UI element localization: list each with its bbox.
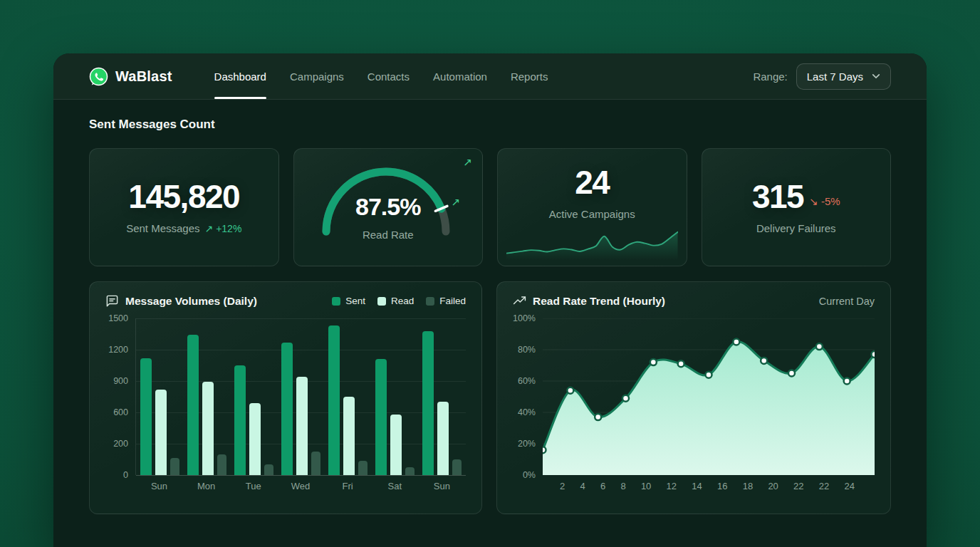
x-tick-label: 22	[819, 481, 829, 491]
x-tick-label: 14	[692, 481, 702, 491]
whatsapp-logo-icon	[89, 67, 108, 86]
data-point-dot	[622, 395, 629, 402]
bar-read	[249, 403, 261, 475]
stat-value: 145,820	[128, 180, 239, 213]
stat-value: 24	[498, 166, 687, 199]
top-nav: WaBlast DashboardCampaignsContactsAutoma…	[53, 53, 927, 100]
x-tick-label: 6	[600, 481, 605, 491]
bar-read	[202, 382, 214, 475]
data-point-dot	[844, 378, 850, 385]
delta-value: +12%	[216, 223, 241, 234]
x-tick-label: 16	[717, 481, 727, 491]
chart-card-read-rate-trend: Read Rate Trend (Hourly) Current Day 100…	[496, 281, 891, 514]
stat-label: Active Campaigns	[549, 208, 635, 220]
stat-label: Sent Messages	[126, 222, 199, 234]
legend-label: Failed	[439, 296, 466, 306]
bar-chart: 150012009006002000 SunMonTueWedFriSatSun	[105, 318, 466, 491]
data-point-dot	[678, 360, 684, 367]
x-tick-label: Fri	[328, 481, 368, 491]
stat-value-row: 315 ↘ -5%	[752, 180, 840, 213]
bar-failed	[358, 461, 368, 475]
nav-item-reports[interactable]: Reports	[511, 53, 548, 99]
page-title: Sent Messages Count	[89, 118, 891, 132]
data-point-dot	[706, 372, 712, 378]
gauge-label: Read Rate	[294, 229, 483, 241]
y-tick-label: 80%	[518, 345, 536, 355]
bar-group	[140, 358, 179, 475]
y-axis-labels: 100%80%60%40%20%0%	[513, 318, 543, 475]
legend-item-read: Read	[377, 296, 414, 306]
bar-plot-area	[135, 318, 466, 475]
legend-swatch	[332, 297, 340, 306]
data-point-dot	[567, 387, 573, 394]
dashboard-main: Sent Messages Count 145,820 Sent Message…	[53, 118, 927, 514]
x-tick-label: Sun	[422, 481, 462, 491]
main-nav: DashboardCampaignsContactsAutomationRepo…	[214, 53, 548, 99]
bar-group	[328, 325, 368, 475]
bar-read	[155, 390, 167, 475]
x-axis-labels: SunMonTueWedFriSatSun	[135, 481, 466, 491]
x-axis-labels: 2468101214161820222224	[543, 481, 875, 491]
legend-swatch	[426, 297, 434, 306]
bar-failed	[405, 467, 415, 475]
chart-title: Read Rate Trend (Hourly)	[533, 295, 665, 308]
nav-item-dashboard[interactable]: Dashboard	[214, 53, 266, 99]
x-tick-label: 2	[560, 481, 565, 491]
bar-failed	[217, 454, 226, 475]
y-tick-label: 200	[113, 439, 128, 449]
bar-sent	[328, 325, 340, 475]
stat-card-delivery-failures: 315 ↘ -5% Delivery Failures	[702, 148, 892, 266]
bar-group	[375, 359, 415, 475]
stat-label-row: Sent Messages ↗ +12%	[126, 222, 241, 234]
x-tick-label: 22	[793, 481, 803, 491]
x-tick-label: Tue	[234, 481, 273, 491]
bar-sent	[187, 335, 199, 475]
bar-group	[281, 343, 320, 475]
bar-read	[343, 397, 355, 475]
stat-inner: 24 Active Campaigns	[498, 166, 687, 220]
brand-name: WaBlast	[115, 68, 172, 85]
bar-sent	[234, 365, 246, 475]
stat-label-row: Active Campaigns	[498, 208, 687, 220]
gridline	[136, 475, 466, 476]
bar-failed	[264, 464, 273, 475]
data-point-dot	[543, 447, 546, 453]
data-point-dot	[788, 370, 795, 377]
bar-group	[422, 331, 462, 475]
x-tick-label: 20	[768, 481, 778, 491]
line-plot-area	[543, 318, 875, 475]
bar-group	[234, 365, 273, 475]
charts-row: Message Volumes (Daily) SentReadFailed 1…	[89, 281, 891, 514]
bar-group	[187, 335, 226, 475]
x-tick-label: 24	[845, 481, 855, 491]
nav-item-automation[interactable]: Automation	[433, 53, 487, 99]
legend-label: Sent	[345, 296, 365, 306]
data-point-dot	[816, 343, 823, 350]
x-tick-label: Sat	[375, 481, 415, 491]
x-tick-label: 10	[641, 481, 651, 491]
x-tick-label: 4	[580, 481, 585, 491]
stat-card-active-campaigns: 24 Active Campaigns	[497, 148, 687, 266]
trending-up-icon	[513, 294, 526, 308]
bar-sent	[281, 343, 293, 475]
nav-item-contacts[interactable]: Contacts	[368, 53, 410, 99]
arrow-down-right-icon: ↘	[809, 195, 818, 207]
range-label: Range:	[753, 71, 787, 83]
data-point-dot	[872, 351, 875, 358]
data-point-dot	[761, 358, 767, 364]
delta-value: -5%	[821, 195, 840, 207]
x-tick-label: 18	[743, 481, 753, 491]
bar-sent	[375, 359, 387, 475]
stat-label-row: Delivery Failures	[756, 222, 836, 234]
chevron-down-icon	[872, 72, 880, 80]
stat-card-read-rate: ↗ ↗ 87.5% Read Rate	[293, 148, 484, 266]
chart-title: Message Volumes (Daily)	[125, 295, 257, 308]
y-axis-labels: 150012009006002000	[105, 318, 135, 475]
x-tick-label: Wed	[281, 481, 320, 491]
nav-item-campaigns[interactable]: Campaigns	[290, 53, 344, 99]
trend-up-delta: ↗ +12%	[205, 223, 242, 234]
data-point-dot	[595, 414, 601, 420]
corner-arrow-up-right-icon: ↗	[463, 156, 472, 169]
range-dropdown[interactable]: Last 7 Days	[796, 63, 891, 90]
stat-value: 315	[752, 180, 803, 213]
